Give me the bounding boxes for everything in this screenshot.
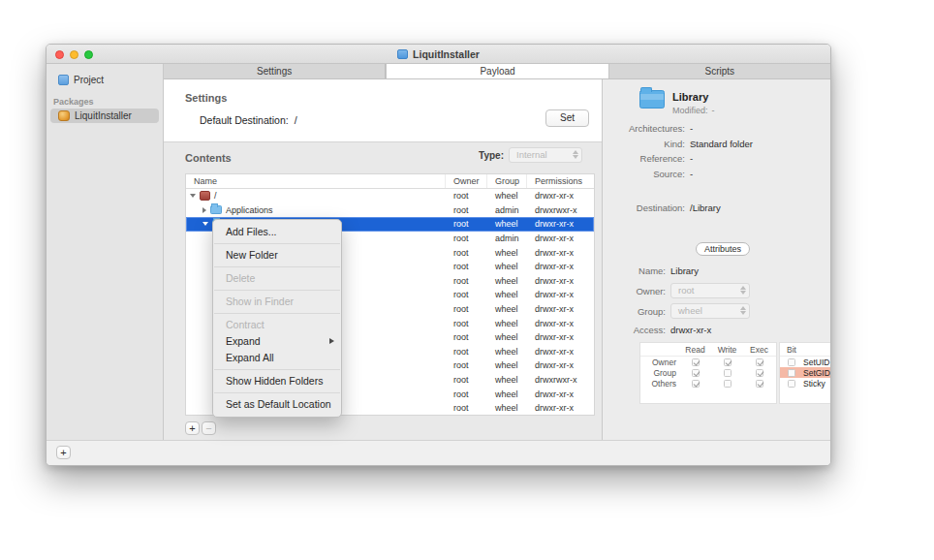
menu-item-add-files[interactable]: Add Files... [213,224,341,240]
add-item-button[interactable]: + [185,421,200,435]
sidebar-item-liquitinstaller[interactable]: LiquitInstaller [50,109,159,123]
close-window-button[interactable] [55,50,64,59]
menu-item-show-hidden-folders[interactable]: Show Hidden Folders [213,373,341,389]
type-select[interactable]: Internal [509,147,582,163]
permissions-rwx-table: ReadWriteExecOwnerGroupOthers [639,342,777,404]
cell-permissions: drwxr-xr-x [527,217,594,232]
cell-owner: root [446,217,487,232]
field-label: Destination: [603,202,685,213]
cell-owner: root [446,302,487,317]
submenu-arrow-icon [329,338,334,344]
cell-permissions: drwxr-xr-x [527,358,594,373]
perm-row-label: Others [640,379,679,389]
field-kind: Kind:Standard folder [603,139,823,149]
default-destination-label: Default Destination: [200,114,289,126]
field-value: - [690,153,693,164]
perm-row-label: Owner [640,358,679,367]
field-value: /Library [690,202,721,213]
cell-permissions: drwxr-xr-x [527,260,594,274]
menu-item-delete: Delete [213,270,341,287]
exec-checkbox[interactable] [756,380,763,388]
tab-payload[interactable]: Payload [386,64,608,78]
access-label: Access: [603,325,666,335]
read-checkbox[interactable] [692,369,700,377]
read-checkbox[interactable] [692,380,700,388]
cell-owner: root [446,316,487,330]
cell-group: wheel [487,316,527,330]
tab-scripts[interactable]: Scripts [609,64,830,78]
write-checkbox[interactable] [724,380,732,388]
write-checkbox[interactable] [724,369,732,377]
desktop: LiquitInstaller Project Packages LiquitI… [0,0,934,560]
cell-group: wheel [487,387,527,401]
group-label: Group: [603,306,666,317]
cell-name: / [186,189,446,203]
column-header-group[interactable]: Group [487,174,527,188]
table-row-applications[interactable]: Applicationsrootadmindrwxrwxr-x [186,203,594,218]
field-architectures: Architectures:- [603,123,823,134]
cell-permissions: drwxr-xr-x [527,387,594,401]
document-icon [397,49,408,59]
cell-permissions: drwxr-xr-x [527,189,594,203]
group-select[interactable]: wheel [670,303,750,319]
cell-permissions: drwxr-xr-x [527,302,594,317]
field-reference: Reference:- [603,153,823,164]
disk-icon [200,191,210,201]
window-title-group: LiquitInstaller [397,48,480,60]
read-checkbox[interactable] [692,358,700,366]
owner-select[interactable]: root [670,283,750,298]
minimize-window-button[interactable] [70,50,78,59]
table-row-[interactable]: /rootwheeldrwxr-xr-x [186,189,594,203]
disclosure-down-icon[interactable] [202,222,208,226]
contents-heading: Contents [185,152,232,164]
stepper-icon [740,286,746,295]
cell-owner: root [446,387,487,401]
name-value: Library [670,265,699,276]
set-button[interactable]: Set [545,109,589,127]
setgid-checkbox[interactable] [788,369,795,377]
disclosure-down-icon[interactable] [190,194,196,198]
column-header-name[interactable]: Name [186,174,446,188]
group-row: Group: wheel [603,303,750,319]
inspector-fields: Architectures:-Kind:Standard folderRefer… [603,123,823,217]
perm-row-others: Others [640,378,776,389]
item-name: / [214,191,217,201]
folder-icon [210,205,222,214]
field-destination: Destination:/Library [603,202,823,213]
cell-owner: root [446,232,487,246]
perm-row-label: Group [640,368,679,378]
column-header-permissions[interactable]: Permissions [527,174,594,188]
cell-group: wheel [487,302,527,317]
column-header-owner[interactable]: Owner [446,174,487,188]
exec-checkbox[interactable] [756,369,763,377]
cell-group: wheel [487,245,527,260]
cell-permissions: drwxr-xr-x [527,345,594,359]
sidebar-item-project[interactable]: Project [47,73,163,87]
traffic-lights [55,45,93,64]
cell-owner: root [446,330,487,345]
write-checkbox[interactable] [724,358,732,366]
remove-item-button[interactable]: − [202,421,216,435]
menu-item-set-as-default-location[interactable]: Set as Default Location [213,396,341,413]
default-destination-value: / [295,114,297,126]
menu-item-expand[interactable]: Expand [213,333,341,350]
menu-item-expand-all[interactable]: Expand All [213,350,341,366]
permissions-bit-table: BitSetUIDSetGIDSticky [779,342,831,404]
cell-group: wheel [487,274,527,289]
titlebar: LiquitInstaller [47,45,830,64]
tab-settings[interactable]: Settings [164,64,386,78]
sidebar: Project Packages LiquitInstaller [47,64,164,440]
settings-panel: Settings Default Destination: / Set [164,79,602,142]
disclosure-right-icon[interactable] [202,207,206,213]
menu-item-new-folder[interactable]: New Folder [213,247,341,264]
sticky-checkbox[interactable] [788,380,795,388]
cell-group: admin [487,232,527,246]
default-destination-row: Default Destination: / [200,114,297,126]
exec-checkbox[interactable] [756,358,763,366]
setuid-checkbox[interactable] [788,358,795,366]
item-name: Applications [226,205,273,215]
attributes-button[interactable]: Attributes [696,242,750,256]
cell-permissions: drwxrwxr-x [527,203,594,218]
add-package-button[interactable]: + [56,446,71,459]
zoom-window-button[interactable] [84,50,93,59]
